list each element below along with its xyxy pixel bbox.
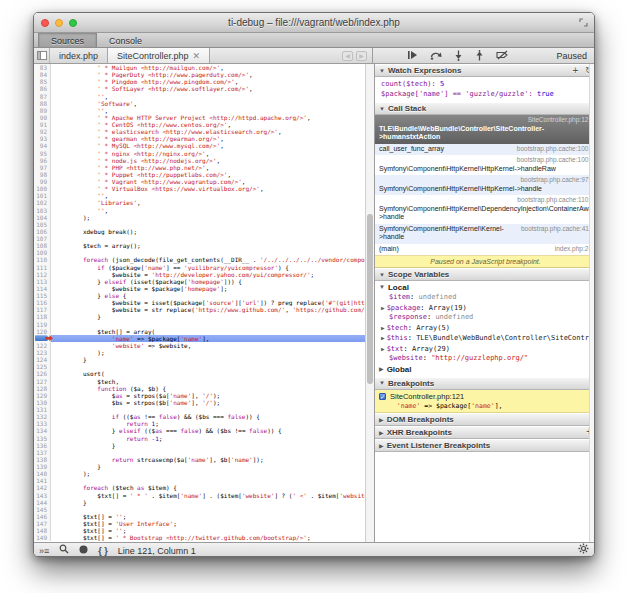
line-number-gutter[interactable]: 136 — [34, 442, 51, 449]
dom-breakpoints-header[interactable]: ▶ DOM Breakpoints — [375, 413, 595, 426]
disclosure-triangle-icon[interactable]: ▼ — [379, 106, 385, 112]
line-number-gutter[interactable]: 141 — [34, 477, 51, 484]
disclosure-triangle-icon[interactable]: ▼ — [379, 282, 385, 293]
scope-variable-row[interactable]: ▶$txt: Array(29) — [375, 344, 595, 355]
breakpoint-entry[interactable]: ✓SiteController.php:121 'name' => $packa… — [375, 390, 595, 413]
scope-local-row[interactable]: ▼ Local — [375, 282, 595, 293]
file-tab-sitecontroller-php[interactable]: SiteController.php ✕ — [107, 48, 210, 63]
line-number-gutter[interactable]: 123 — [34, 349, 51, 356]
search-button[interactable] — [59, 544, 69, 558]
line-number-gutter[interactable]: 106 — [34, 228, 51, 235]
line-number-gutter[interactable]: 139 — [34, 463, 51, 470]
scope-variable-row[interactable]: ▶$this: TLE\Bundle\WebBundle\Controller\… — [375, 333, 595, 344]
editor-scrollbar[interactable] — [365, 64, 374, 542]
toggle-breakpoints-button[interactable] — [496, 50, 509, 61]
pretty-print-button[interactable]: { } — [98, 544, 108, 558]
line-number-gutter[interactable]: 132 — [34, 413, 51, 420]
step-into-button[interactable] — [454, 50, 463, 61]
watch-expression-row[interactable]: $package['name'] == 'guzzle/guzzle': tru… — [375, 89, 595, 99]
line-number-gutter[interactable]: 109 — [34, 249, 51, 256]
line-number-gutter[interactable] — [34, 335, 51, 342]
editor-scrollbar-thumb[interactable] — [367, 214, 373, 384]
line-number-gutter[interactable]: 98 — [34, 171, 51, 178]
line-number-gutter[interactable]: 97 — [34, 164, 51, 171]
line-number-gutter[interactable]: 101 — [34, 192, 51, 199]
line-number-gutter[interactable]: 111 — [34, 264, 51, 271]
line-number-gutter[interactable]: 113 — [34, 278, 51, 285]
resume-button[interactable] — [407, 50, 418, 61]
disclosure-triangle-icon[interactable]: ▶ — [379, 429, 384, 436]
show-navigator-button[interactable] — [34, 48, 50, 63]
scope-variable-row[interactable]: ▶$tech: Array(5) — [375, 323, 595, 334]
line-number-gutter[interactable]: 135 — [34, 435, 51, 442]
line-number-gutter[interactable]: 91 — [34, 121, 51, 128]
line-number-gutter[interactable]: 140 — [34, 470, 51, 477]
line-number-gutter[interactable]: 88 — [34, 100, 51, 107]
line-number-gutter[interactable]: 110 — [34, 256, 51, 263]
call-stack-frame[interactable]: SiteController.php:121TLE\Bundle\WebBund… — [375, 115, 595, 144]
watch-expressions-header[interactable]: ▼ Watch Expressions + ↻ — [375, 64, 595, 77]
disclosure-triangle-icon[interactable]: ▶ — [381, 324, 385, 331]
line-number-gutter[interactable]: 96 — [34, 157, 51, 164]
line-number-gutter[interactable]: 85 — [34, 78, 51, 85]
line-number-gutter[interactable]: 100 — [34, 185, 51, 192]
sidebar-scrollbar[interactable] — [589, 64, 595, 542]
disclosure-triangle-icon[interactable]: ▼ — [379, 272, 385, 278]
xhr-breakpoints-header[interactable]: ▶ XHR Breakpoints + — [375, 426, 595, 439]
tab-sources[interactable]: Sources — [38, 33, 97, 47]
line-number-gutter[interactable]: 142 — [34, 484, 51, 491]
disclosure-triangle-icon[interactable]: ▶ — [379, 442, 384, 449]
scope-variables-header[interactable]: ▼ Scope Variables — [375, 268, 595, 281]
line-number-gutter[interactable]: 120 — [34, 328, 51, 335]
line-number-gutter[interactable]: 124 — [34, 356, 51, 363]
line-number-gutter[interactable]: 95 — [34, 150, 51, 157]
watch-expression-row[interactable]: count($tech): 5 — [375, 79, 595, 89]
line-number-gutter[interactable]: 103 — [34, 207, 51, 214]
line-number-gutter[interactable]: 149 — [34, 534, 51, 541]
line-number-gutter[interactable]: 118 — [34, 313, 51, 320]
line-number-gutter[interactable]: 127 — [34, 378, 51, 385]
disclosure-triangle-icon[interactable]: ▼ — [379, 68, 385, 74]
line-number-gutter[interactable]: 143 — [34, 492, 51, 499]
call-stack-frame[interactable]: bootstrap.php.cache:1101Symfony\Componen… — [375, 195, 595, 224]
line-number-gutter[interactable]: 107 — [34, 235, 51, 242]
tab-console[interactable]: Console — [97, 33, 154, 47]
disclosure-triangle-icon[interactable]: ▶ — [379, 416, 384, 423]
disclosure-triangle-icon[interactable]: ▶ — [381, 334, 385, 341]
line-number-gutter[interactable]: 94 — [34, 142, 51, 149]
line-number-gutter[interactable]: 129 — [34, 392, 51, 399]
breakpoint-checkbox[interactable]: ✓ — [379, 393, 386, 400]
title-bar[interactable]: ti-debug – file:///vagrant/web/index.php — [34, 13, 594, 33]
resize-grip-icon[interactable] — [579, 18, 588, 29]
toggle-console-drawer-button[interactable]: »≡ — [39, 544, 49, 558]
line-number-gutter[interactable]: 138 — [34, 456, 51, 463]
line-number-gutter[interactable]: 90 — [34, 114, 51, 121]
step-over-button[interactable] — [430, 50, 442, 61]
call-stack-frame[interactable]: bootstrap.php.cache:1001Symfony\Componen… — [375, 155, 595, 175]
line-number-gutter[interactable]: 114 — [34, 285, 51, 292]
scope-variable-row[interactable]: ▶$package: Array(19) — [375, 303, 595, 314]
line-number-gutter[interactable]: 112 — [34, 271, 51, 278]
line-number-gutter[interactable]: 89 — [34, 107, 51, 114]
line-number-gutter[interactable]: 119 — [34, 321, 51, 328]
file-tab-index-php[interactable]: index.php — [50, 48, 107, 63]
line-number-gutter[interactable]: 145 — [34, 506, 51, 513]
line-number-gutter[interactable]: 126 — [34, 370, 51, 377]
line-number-gutter[interactable]: 92 — [34, 128, 51, 135]
line-number-gutter[interactable]: 122 — [34, 342, 51, 349]
line-number-gutter[interactable]: 93 — [34, 135, 51, 142]
step-out-button[interactable] — [475, 50, 484, 61]
scope-variable-row[interactable]: $response: undefined — [375, 313, 595, 323]
breakpoints-header[interactable]: ▼ Breakpoints — [375, 377, 595, 390]
line-number-gutter[interactable]: 137 — [34, 449, 51, 456]
issues-indicator-button[interactable] — [79, 544, 88, 558]
line-number-gutter[interactable]: 128 — [34, 385, 51, 392]
disclosure-triangle-icon[interactable]: ▶ — [379, 364, 384, 375]
event-listener-breakpoints-header[interactable]: ▶ Event Listener Breakpoints — [375, 439, 595, 452]
disclosure-triangle-icon[interactable]: ▼ — [379, 380, 385, 386]
line-number-gutter[interactable]: 130 — [34, 399, 51, 406]
line-number-gutter[interactable]: 148 — [34, 527, 51, 534]
call-stack-frame[interactable]: bootstrap.php.cache:975Symfony\Component… — [375, 175, 595, 195]
line-number-gutter[interactable]: 99 — [34, 178, 51, 185]
call-stack-frame[interactable]: bootstrap.php.cache:411Symfony\Component… — [375, 224, 595, 244]
